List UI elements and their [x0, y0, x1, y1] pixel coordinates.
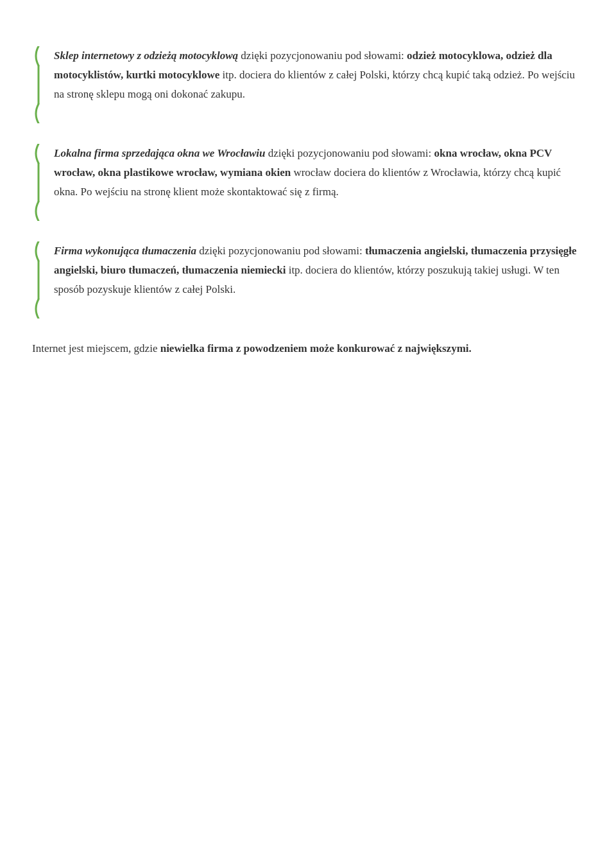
example-block-1: Sklep internetowy z odzieżą motocyklową …	[32, 46, 584, 123]
example-content-2: Lokalna firma sprzedająca okna we Wrocła…	[54, 144, 584, 221]
final-bold-text: niewielka firma z powodzeniem może konku…	[160, 342, 472, 354]
example-bold-italic-3: Firma wykonująca tłumaczenia	[54, 245, 196, 257]
bracket-icon-1	[32, 46, 41, 123]
example-content-1: Sklep internetowy z odzieżą motocyklową …	[54, 46, 584, 123]
example-bold-italic-2: Lokalna firma sprzedająca okna we Wrocła…	[54, 147, 265, 159]
final-paragraph: Internet jest miejscem, gdzie niewielka …	[32, 339, 584, 358]
examples-container: Sklep internetowy z odzieżą motocyklową …	[32, 46, 584, 319]
side-bracket-1	[32, 46, 41, 123]
side-bracket-3	[32, 241, 41, 319]
example-block-3: Firma wykonująca tłumaczenia dzięki pozy…	[32, 241, 584, 319]
example-content-3: Firma wykonująca tłumaczenia dzięki pozy…	[54, 241, 584, 319]
example-block-2: Lokalna firma sprzedająca okna we Wrocła…	[32, 144, 584, 221]
example-bold-italic-1: Sklep internetowy z odzieżą motocyklową	[54, 49, 238, 62]
side-bracket-2	[32, 144, 41, 221]
bracket-icon-3	[32, 241, 41, 319]
bracket-icon-2	[32, 144, 41, 221]
